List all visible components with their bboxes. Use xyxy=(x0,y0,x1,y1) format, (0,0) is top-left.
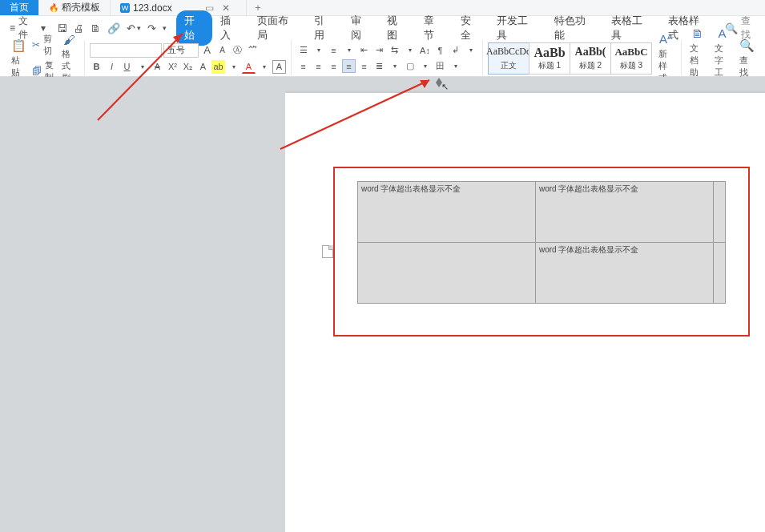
navigation-pane xyxy=(0,77,285,532)
tab-template-label: 稻壳模板 xyxy=(62,1,100,14)
copy-icon: 🗐 xyxy=(32,66,42,77)
document-page[interactable]: word 字体超出表格显示不全 word 字体超出表格显示不全 word 字体超… xyxy=(285,93,765,532)
underline-button[interactable]: U xyxy=(120,60,134,74)
cut-icon: ✂ xyxy=(32,39,40,50)
cut-button[interactable]: ✂ 剪切 xyxy=(32,32,55,58)
word-doc-icon: W xyxy=(120,3,130,13)
tabstop-button[interactable]: ⇆ xyxy=(388,43,401,57)
share-icon[interactable]: 🔗 xyxy=(107,22,120,34)
format-painter-icon: 🖌 xyxy=(62,32,76,46)
cut-label: 剪切 xyxy=(43,33,55,57)
highlight-button[interactable]: ab xyxy=(211,60,225,74)
undo-drop-icon[interactable]: ▾ xyxy=(137,24,141,32)
style-h1-preview: AaBb xyxy=(533,44,565,60)
subscript-button[interactable]: X₂ xyxy=(181,60,195,74)
tabstop-drop-icon[interactable]: ▾ xyxy=(403,43,417,57)
superscript-button[interactable]: X² xyxy=(166,60,179,74)
line-spacing-drop-icon[interactable]: ▾ xyxy=(388,59,401,73)
table-cell[interactable] xyxy=(358,243,536,304)
paste-label: 粘贴 xyxy=(11,54,26,79)
ribbon: 📋 粘贴 ✂ 剪切 🗐 复制 🖌 格式刷 五号 A A Ⓐ xyxy=(0,40,765,77)
shrink-font-button[interactable]: A xyxy=(215,43,229,57)
ribbon-group-clipboard: 📋 粘贴 ✂ 剪切 🗐 复制 🖌 格式刷 xyxy=(3,40,85,77)
strike-button[interactable]: A xyxy=(151,60,164,74)
line-spacing-button[interactable]: ≣ xyxy=(372,59,386,73)
sort-button[interactable]: ¶ xyxy=(433,43,447,57)
highlight-drop-icon[interactable]: ▾ xyxy=(227,60,240,74)
fire-icon: 🔥 xyxy=(49,3,58,13)
text-direction-button[interactable]: A↕ xyxy=(418,43,432,57)
underline-drop-icon[interactable]: ▾ xyxy=(135,60,149,74)
borders-drop-icon[interactable]: ▾ xyxy=(449,59,462,73)
document-table[interactable]: word 字体超出表格显示不全 word 字体超出表格显示不全 word 字体超… xyxy=(357,181,726,304)
style-h3[interactable]: AaBbC 标题 3 xyxy=(610,42,652,75)
style-h1[interactable]: AaBb 标题 1 xyxy=(529,42,570,75)
menu-row: ≡ 文件 ▾ 🖫 🖨 🗎 🔗 ↶ ▾ ↷ ▾ 开始 插入 页面布局 引用 审阅 … xyxy=(0,16,765,40)
font-name-input[interactable] xyxy=(90,43,162,58)
grow-font-button[interactable]: A xyxy=(200,43,214,57)
show-marks-drop-icon[interactable]: ▾ xyxy=(464,43,477,57)
table-cell[interactable] xyxy=(714,243,726,304)
font-size-value: 五号 xyxy=(167,44,185,56)
align-center-button[interactable]: ≡ xyxy=(312,59,325,73)
find-icon: 🔍 xyxy=(739,38,754,53)
align-left-button[interactable]: ≡ xyxy=(296,59,310,73)
cursor-icon: ↖ xyxy=(441,82,449,92)
bullets-drop-icon[interactable]: ▾ xyxy=(312,43,325,57)
table-cell[interactable]: word 字体超出表格显示不全 xyxy=(536,243,714,304)
table-row[interactable]: word 字体超出表格显示不全 word 字体超出表格显示不全 xyxy=(358,182,726,243)
table-cell[interactable] xyxy=(714,182,726,243)
bold-button[interactable]: B xyxy=(90,60,103,74)
find-button[interactable]: 🔍 查找 xyxy=(736,37,757,80)
style-h2-label: 标题 2 xyxy=(579,60,602,73)
change-case-button[interactable]: A xyxy=(196,60,210,74)
qat-more-icon[interactable]: ▾ xyxy=(163,24,167,32)
paste-button[interactable]: 📋 粘贴 xyxy=(8,37,29,80)
bullets-button[interactable]: ☰ xyxy=(296,43,310,57)
style-h2-preview: AaBb( xyxy=(575,44,606,60)
align-justify-button[interactable]: ≡ xyxy=(342,59,356,73)
print-preview-icon[interactable]: 🗎 xyxy=(91,22,101,34)
table-cell[interactable]: word 字体超出表格显示不全 xyxy=(536,182,714,243)
style-h3-label: 标题 3 xyxy=(620,60,642,73)
style-normal-preview: AaBbCcDd xyxy=(486,44,531,60)
show-marks-button[interactable]: ↲ xyxy=(449,43,462,57)
distribute-button[interactable]: ≡ xyxy=(357,59,371,73)
outdent-button[interactable]: ⇤ xyxy=(357,43,371,57)
ribbon-group-font: 五号 A A Ⓐ ⺮ B I U ▾ A X² X₂ A ab ▾ A ▾ A xyxy=(85,40,292,77)
font-color-button[interactable]: A xyxy=(242,60,256,74)
shading-drop-icon[interactable]: ▾ xyxy=(418,59,432,73)
borders-button[interactable]: 田 xyxy=(433,59,447,73)
font-size-input[interactable]: 五号 xyxy=(163,43,199,58)
char-border-button[interactable]: A xyxy=(272,60,286,74)
style-normal-label: 正文 xyxy=(501,60,517,73)
italic-button[interactable]: I xyxy=(105,60,119,74)
text-tool-icon: A xyxy=(715,26,730,41)
page-break-icon xyxy=(322,245,333,258)
style-normal[interactable]: AaBbCcDd 正文 xyxy=(488,42,529,75)
style-h1-label: 标题 1 xyxy=(538,60,561,73)
clear-format-button[interactable]: Ⓐ xyxy=(231,43,244,57)
workspace: ↖ word 字体超出表格显示不全 word 字体超出表格显示不全 word 字… xyxy=(0,77,765,532)
table-cell[interactable]: word 字体超出表格显示不全 xyxy=(358,182,536,243)
ribbon-group-styles: AaBbCcDd 正文 AaBb 标题 1 AaBb( 标题 2 AaBbC 标… xyxy=(483,40,682,77)
shading-button[interactable]: ▢ xyxy=(403,59,417,73)
style-gallery: AaBbCcDd 正文 AaBb 标题 1 AaBb( 标题 2 AaBbC 标… xyxy=(488,42,652,75)
align-right-button[interactable]: ≡ xyxy=(327,59,340,73)
font-color-drop-icon[interactable]: ▾ xyxy=(257,60,271,74)
doc-helper-icon: 🗎 xyxy=(691,26,705,41)
numbering-drop-icon[interactable]: ▾ xyxy=(342,43,356,57)
new-style-icon: Aᴬ xyxy=(658,32,673,46)
phonetic-guide-button[interactable]: ⺮ xyxy=(246,43,260,57)
style-h2[interactable]: AaBb( 标题 2 xyxy=(570,42,611,75)
ribbon-group-tools: 🗎 文档助手 A 文字工具 🔍 查找 xyxy=(682,40,762,77)
tab-document-label: 123.docx xyxy=(133,2,172,14)
redo-icon[interactable]: ↷ xyxy=(147,22,156,34)
hamburger-icon: ≡ xyxy=(10,22,15,34)
page-area[interactable]: ↖ word 字体超出表格显示不全 word 字体超出表格显示不全 word 字… xyxy=(285,77,765,532)
table-row[interactable]: word 字体超出表格显示不全 xyxy=(358,243,726,304)
undo-icon[interactable]: ↶ xyxy=(127,22,135,34)
paste-icon: 📋 xyxy=(11,38,26,53)
indent-button[interactable]: ⇥ xyxy=(372,43,386,57)
numbering-button[interactable]: ≡ xyxy=(327,43,340,57)
